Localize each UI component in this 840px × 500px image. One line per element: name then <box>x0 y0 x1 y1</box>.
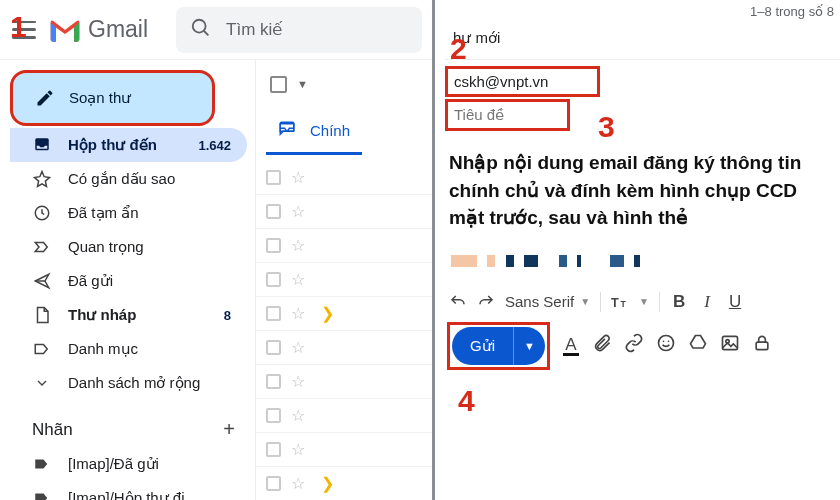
font-family-select[interactable]: Sans Serif ▼ <box>505 293 590 310</box>
attachment-preview <box>445 252 840 270</box>
label-item[interactable]: [Imap]/Hộp thư đi <box>10 481 247 500</box>
mail-row[interactable]: ☆❯ <box>256 297 432 331</box>
mail-row[interactable]: ☆ <box>256 433 432 467</box>
star-icon[interactable]: ☆ <box>291 304 311 323</box>
row-checkbox[interactable] <box>266 272 281 287</box>
text-color-button[interactable]: A <box>562 336 580 356</box>
annotation-step-4: 4 <box>458 384 475 418</box>
sidebar-item-label: Danh sách mở rộng <box>68 374 231 392</box>
label-icon <box>32 339 52 359</box>
annotation-step-2: 2 <box>450 32 467 66</box>
star-icon[interactable]: ☆ <box>291 202 311 221</box>
star-icon[interactable]: ☆ <box>291 440 311 459</box>
bold-button[interactable]: B <box>670 292 688 312</box>
chevron-down-icon <box>32 373 52 393</box>
select-all-dropdown-icon[interactable]: ▼ <box>297 78 308 90</box>
inbox-icon <box>278 120 298 140</box>
row-checkbox[interactable] <box>266 340 281 355</box>
mail-row[interactable]: ☆❯ <box>256 467 432 500</box>
sidebar-item-chevron-down[interactable]: Danh sách mở rộng <box>10 366 247 400</box>
search-box[interactable]: Tìm kiế <box>176 7 422 53</box>
important-marker-icon: ❯ <box>321 304 334 323</box>
star-icon[interactable]: ☆ <box>291 372 311 391</box>
font-size-button[interactable]: TT ▼ <box>611 293 649 311</box>
sidebar-item-label: Có gắn dấu sao <box>68 170 231 188</box>
svg-point-8 <box>668 341 670 343</box>
search-icon <box>190 17 212 43</box>
mail-row[interactable]: ☆ <box>256 195 432 229</box>
sidebar-item-sent[interactable]: Đã gửi <box>10 264 247 298</box>
compose-body-text[interactable]: Nhập nội dung email đăng ký thông tin ch… <box>445 149 840 232</box>
mail-row[interactable]: ☆ <box>256 399 432 433</box>
svg-line-1 <box>204 30 209 35</box>
star-icon[interactable]: ☆ <box>291 168 311 187</box>
label-item[interactable]: [Imap]/Đã gửi <box>10 447 247 481</box>
mail-row[interactable]: ☆ <box>256 263 432 297</box>
sidebar-item-label: Đã gửi <box>68 272 231 290</box>
row-checkbox[interactable] <box>266 442 281 457</box>
important-marker-icon: ❯ <box>321 474 334 493</box>
mail-row[interactable]: ☆ <box>256 331 432 365</box>
underline-button[interactable]: U <box>726 292 744 312</box>
attach-file-icon[interactable] <box>592 333 612 358</box>
redo-button[interactable] <box>477 293 495 311</box>
insert-photo-icon[interactable] <box>720 333 740 358</box>
format-toolbar: Sans Serif ▼ TT ▼ B I U <box>445 292 840 312</box>
inbox-icon <box>32 135 52 155</box>
subject-field[interactable]: Tiêu đề <box>445 99 570 131</box>
sidebar-item-clock[interactable]: Đã tạm ẩn <box>10 196 247 230</box>
gmail-logo: Gmail <box>48 16 148 43</box>
tab-primary[interactable]: Chính <box>266 108 362 155</box>
sidebar-item-draft[interactable]: Thư nháp8 <box>10 298 247 332</box>
mail-row[interactable]: ☆ <box>256 161 432 195</box>
insert-link-icon[interactable] <box>624 333 644 358</box>
compose-button[interactable]: Soạn thư <box>10 70 215 126</box>
clock-icon <box>32 203 52 223</box>
search-placeholder: Tìm kiế <box>226 19 282 40</box>
sidebar-item-star[interactable]: Có gắn dấu sao <box>10 162 247 196</box>
sidebar-item-label[interactable]: Danh mục <box>10 332 247 366</box>
mail-row[interactable]: ☆ <box>256 229 432 263</box>
star-icon[interactable]: ☆ <box>291 270 311 289</box>
tab-primary-label: Chính <box>310 122 350 139</box>
star-icon[interactable]: ☆ <box>291 474 311 493</box>
font-family-label: Sans Serif <box>505 293 574 310</box>
sidebar-item-important[interactable]: Quan trọng <box>10 230 247 264</box>
star-icon[interactable]: ☆ <box>291 338 311 357</box>
insert-emoji-icon[interactable] <box>656 333 676 358</box>
svg-text:T: T <box>621 298 627 308</box>
toolbar-divider <box>600 292 601 312</box>
sent-icon <box>32 271 52 291</box>
sidebar-item-label: Đã tạm ẩn <box>68 204 231 222</box>
add-label-icon[interactable]: + <box>223 418 235 441</box>
row-checkbox[interactable] <box>266 374 281 389</box>
mail-row[interactable]: ☆ <box>256 365 432 399</box>
text-color-label: A <box>565 336 576 353</box>
mail-list-pane: ▼ Chính ☆☆☆☆☆❯☆☆☆☆☆❯☆❯❯☆ <box>255 60 432 500</box>
star-icon[interactable]: ☆ <box>291 406 311 425</box>
gmail-main-panel: Gmail Tìm kiế Soạn thư Hộp thư đến1.642C… <box>0 0 435 500</box>
send-options-dropdown[interactable]: ▼ <box>513 327 545 365</box>
compose-window-title: hư mới <box>445 23 840 60</box>
italic-button[interactable]: I <box>698 292 716 312</box>
row-checkbox[interactable] <box>266 476 281 491</box>
star-icon[interactable]: ☆ <box>291 236 311 255</box>
row-checkbox[interactable] <box>266 170 281 185</box>
to-field[interactable]: cskh@vnpt.vn <box>445 66 600 97</box>
select-all-checkbox[interactable] <box>270 76 287 93</box>
sidebar-item-label: Quan trọng <box>68 238 231 256</box>
row-checkbox[interactable] <box>266 306 281 321</box>
svg-point-6 <box>659 336 674 351</box>
confidential-mode-icon[interactable] <box>752 333 772 358</box>
row-checkbox[interactable] <box>266 408 281 423</box>
sidebar-item-inbox[interactable]: Hộp thư đến1.642 <box>10 128 247 162</box>
annotation-step-1: 1 <box>10 10 27 44</box>
row-checkbox[interactable] <box>266 238 281 253</box>
important-icon <box>32 237 52 257</box>
undo-button[interactable] <box>449 293 467 311</box>
row-checkbox[interactable] <box>266 204 281 219</box>
caret-down-icon: ▼ <box>580 296 590 307</box>
star-icon <box>32 169 52 189</box>
send-button[interactable]: Gửi ▼ <box>452 327 545 365</box>
insert-drive-icon[interactable] <box>688 333 708 358</box>
